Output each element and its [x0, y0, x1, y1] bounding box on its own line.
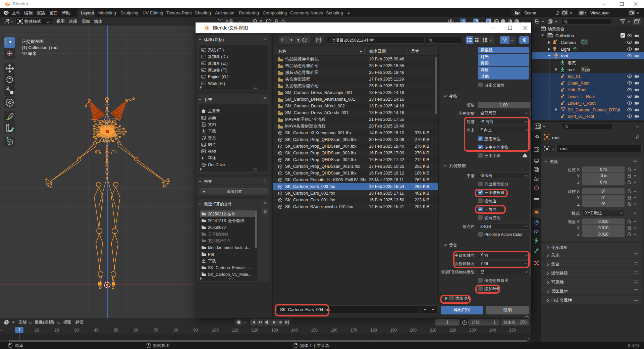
svg-text:Cloak_Root: Cloak_Root	[568, 81, 590, 86]
svg-text:139: 139	[584, 68, 590, 72]
svg-text:Collection: Collection	[555, 34, 574, 38]
svg-text:SK_Cartoon_Female_DTGJ: SK_Cartoon_Female_DTGJ	[568, 108, 620, 112]
svg-text:Lower_L_Root: Lower_L_Root	[568, 94, 595, 99]
svg-text:Skirt_01_Root: Skirt_01_Root	[568, 114, 594, 119]
svg-text:Camera: Camera	[561, 40, 576, 45]
svg-text:Lower_R_Root: Lower_R_Root	[568, 101, 596, 106]
svg-text:root: root	[568, 67, 575, 72]
svg-text:Light: Light	[561, 47, 570, 52]
svg-text:root: root	[561, 54, 568, 58]
svg-text:Bip_01: Bip_01	[568, 74, 581, 79]
svg-text:场景集合: 场景集合	[547, 27, 565, 31]
svg-text:姿态: 姿态	[568, 61, 576, 65]
svg-text:Hair_Root: Hair_Root	[568, 88, 587, 92]
